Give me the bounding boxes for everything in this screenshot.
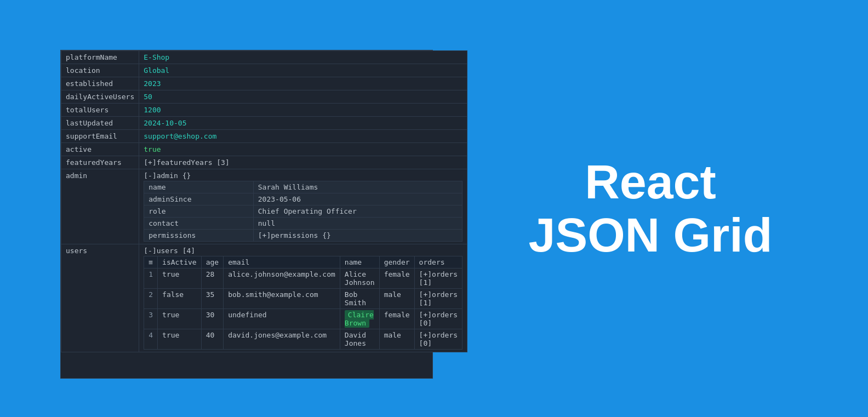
admin-field-row: name Sarah Williams — [144, 181, 462, 193]
table-row: dailyActiveUsers 50 — [61, 90, 467, 103]
col-age: age — [201, 256, 223, 268]
user-isActive: true — [158, 309, 202, 329]
key-cell: lastUpdated — [61, 116, 139, 129]
table-row: location Global — [61, 64, 467, 77]
table-row: platformName E-Shop — [61, 50, 467, 64]
users-key-cell: users — [61, 244, 139, 352]
user-row-1: 1 true 28 alice.johnson@example.com Alic… — [144, 268, 462, 288]
value-cell: true — [139, 142, 467, 156]
table-row: active true — [61, 142, 467, 156]
user-isActive: true — [158, 268, 202, 288]
nested-key: adminSince — [144, 193, 254, 205]
value-cell: 50 — [139, 90, 467, 103]
user-gender: male — [379, 329, 414, 349]
permissions-expand[interactable]: [+]permissions {} — [253, 229, 462, 241]
user-orders[interactable]: [+]orders [1] — [414, 268, 462, 288]
key-cell: totalUsers — [61, 103, 139, 116]
user-email: alice.johnson@example.com — [224, 268, 340, 288]
promo-line1: React — [585, 155, 716, 209]
col-hamburger: ≡ — [144, 256, 158, 268]
user-email: david.jones@example.com — [224, 329, 340, 349]
users-header[interactable]: [-]users [4] — [144, 247, 462, 255]
table-row: totalUsers 1200 — [61, 103, 467, 116]
admin-field-row: permissions [+]permissions {} — [144, 229, 462, 241]
claire-brown-highlight: Claire Brown — [345, 310, 374, 328]
col-gender: gender — [379, 256, 414, 268]
key-cell: featuredYears — [61, 156, 139, 169]
user-isActive: true — [158, 329, 202, 349]
nested-key: name — [144, 181, 254, 193]
user-email: undefined — [224, 309, 340, 329]
user-isActive: false — [158, 288, 202, 309]
key-cell: location — [61, 64, 139, 77]
admin-field-row: contact null — [144, 217, 462, 229]
users-row: users [-]users [4] ≡ isActive age email … — [61, 244, 467, 352]
user-age: 28 — [201, 268, 223, 288]
user-age: 30 — [201, 309, 223, 329]
featured-years-expand[interactable]: [+]featuredYears [3] — [139, 156, 467, 169]
nested-val: 2023-05-06 — [253, 193, 462, 205]
admin-key-cell: admin — [61, 169, 139, 244]
col-isActive: isActive — [158, 256, 202, 268]
value-cell: 2023 — [139, 77, 467, 90]
users-header-row: ≡ isActive age email name gender orders — [144, 256, 462, 268]
user-orders[interactable]: [+]orders [0] — [414, 329, 462, 349]
key-cell: established — [61, 77, 139, 90]
nested-val: null — [253, 217, 462, 229]
user-name: David Jones — [340, 329, 379, 349]
users-value-cell: [-]users [4] ≡ isActive age email name g… — [139, 244, 467, 352]
key-cell: platformName — [61, 50, 139, 64]
nested-val: Chief Operating Officer — [253, 205, 462, 217]
admin-field-row: adminSince 2023-05-06 — [144, 193, 462, 205]
user-row-3: 3 true 30 undefined Claire Brown female … — [144, 309, 462, 329]
key-cell: dailyActiveUsers — [61, 90, 139, 103]
nested-val: Sarah Williams — [253, 181, 462, 193]
admin-value-cell: [-]admin {} name Sarah Williams adminSin… — [139, 169, 467, 244]
row-num: 3 — [144, 309, 158, 329]
user-name: Bob Smith — [340, 288, 379, 309]
value-cell: Global — [139, 64, 467, 77]
value-cell: support@eshop.com — [139, 129, 467, 142]
value-cell: E-Shop — [139, 50, 467, 64]
nested-key: permissions — [144, 229, 254, 241]
user-email: bob.smith@example.com — [224, 288, 340, 309]
table-row: established 2023 — [61, 77, 467, 90]
user-name-claire: Claire Brown — [340, 309, 379, 329]
table-row: supportEmail support@eshop.com — [61, 129, 467, 142]
main-grid-table: platformName E-Shop location Global esta… — [61, 50, 467, 352]
row-num: 4 — [144, 329, 158, 349]
value-cell: 2024-10-05 — [139, 116, 467, 129]
nested-key: role — [144, 205, 254, 217]
users-table: ≡ isActive age email name gender orders — [144, 256, 462, 350]
admin-field-row: role Chief Operating Officer — [144, 205, 462, 217]
key-cell: active — [61, 142, 139, 156]
user-orders[interactable]: [+]orders [1] — [414, 288, 462, 309]
col-name: name — [340, 256, 379, 268]
user-name: Alice Johnson — [340, 268, 379, 288]
table-row: lastUpdated 2024-10-05 — [61, 116, 467, 129]
promo-text: React JSON Grid — [529, 156, 773, 262]
user-gender: female — [379, 309, 414, 329]
user-age: 40 — [201, 329, 223, 349]
user-age: 35 — [201, 288, 223, 309]
admin-header[interactable]: [-]admin {} — [144, 172, 462, 180]
user-row-4: 4 true 40 david.jones@example.com David … — [144, 329, 462, 349]
json-grid-panel: platformName E-Shop location Global esta… — [60, 50, 433, 379]
admin-nested-table: name Sarah Williams adminSince 2023-05-0… — [144, 181, 462, 242]
user-row-2: 2 false 35 bob.smith@example.com Bob Smi… — [144, 288, 462, 309]
row-num: 2 — [144, 288, 158, 309]
col-email: email — [224, 256, 340, 268]
table-row: featuredYears [+]featuredYears [3] — [61, 156, 467, 169]
user-orders[interactable]: [+]orders [0] — [414, 309, 462, 329]
row-num: 1 — [144, 268, 158, 288]
admin-row: admin [-]admin {} name Sarah Williams ad… — [61, 169, 467, 244]
promo-line2: JSON Grid — [529, 208, 773, 262]
right-panel: React JSON Grid — [433, 156, 868, 262]
user-gender: male — [379, 288, 414, 309]
key-cell: supportEmail — [61, 129, 139, 142]
user-gender: female — [379, 268, 414, 288]
nested-key: contact — [144, 217, 254, 229]
value-cell: 1200 — [139, 103, 467, 116]
